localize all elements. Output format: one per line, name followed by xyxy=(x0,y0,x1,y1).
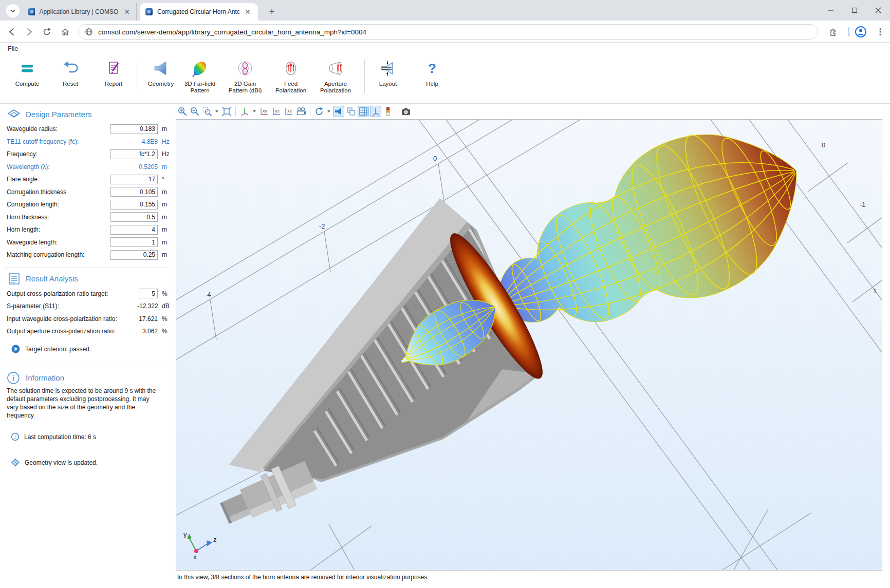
forward-button[interactable] xyxy=(23,25,36,39)
design-parameters-icon xyxy=(7,108,21,120)
param-row: Corrugation length:m xyxy=(0,198,173,211)
window-minimize-button[interactable] xyxy=(819,0,843,21)
far-field-pattern-button[interactable]: 3D Far-fieldPattern xyxy=(178,58,221,94)
ribbon-separator xyxy=(137,60,137,93)
file-menu[interactable]: File xyxy=(8,43,18,54)
passed-play-icon xyxy=(11,345,20,353)
svg-text:i: i xyxy=(12,374,14,383)
zoom-out-button[interactable] xyxy=(189,106,200,117)
comsol-favicon xyxy=(28,8,35,16)
xz-view-icon: xz xyxy=(284,106,294,117)
extension-pin-divider xyxy=(848,27,849,36)
zoom-in-button[interactable] xyxy=(177,106,188,117)
transparency-toggle[interactable] xyxy=(345,106,357,117)
zoom-in-icon xyxy=(177,106,188,117)
gain-pattern-button[interactable]: 2D GainPattern (dBi) xyxy=(221,58,269,94)
result-row: Output cross-polarization ratio target:% xyxy=(0,288,173,300)
tab-close-icon[interactable]: ✕ xyxy=(244,8,252,16)
waveguide-length-input[interactable] xyxy=(110,237,158,247)
zoom-box-dropdown[interactable] xyxy=(214,106,220,117)
param-row: Waveguide length:m xyxy=(0,236,173,249)
flare-angle-input[interactable] xyxy=(110,175,158,184)
zoom-box-icon xyxy=(202,106,212,117)
svg-text:xz: xz xyxy=(287,108,292,113)
param-row: Flare angle:° xyxy=(0,173,173,186)
browser-tab-horn-antenna[interactable]: Corrugated Circular Horn Anten ✕ xyxy=(140,3,258,21)
url-bar[interactable]: comsol.com/server-demo/app/library_corru… xyxy=(78,24,818,40)
home-button[interactable] xyxy=(59,25,72,39)
browser-menu-button[interactable] xyxy=(874,25,887,39)
axis-label: -4 xyxy=(205,291,211,298)
grid-toggle[interactable] xyxy=(358,106,369,117)
cross-polarization-target-input[interactable] xyxy=(139,289,158,298)
waveguide-radius-input[interactable] xyxy=(110,124,158,134)
y-axis-label: y xyxy=(183,530,187,538)
target-criterion-status: Target criterion: passed. xyxy=(0,343,173,355)
browser-tab-application-library[interactable]: Application Library | COMSOL S ✕ xyxy=(23,3,137,21)
rotate-dropdown[interactable] xyxy=(326,106,332,117)
corrugation-length-input[interactable] xyxy=(110,200,158,210)
graphics-3d-view[interactable]: 0 -2 -4 0 -1 1 xyxy=(176,119,882,571)
tab-search-button[interactable] xyxy=(6,4,20,17)
default-3d-view-button[interactable] xyxy=(239,106,250,117)
extensions-button[interactable] xyxy=(826,25,840,39)
view-dropdown[interactable] xyxy=(251,106,257,117)
frequency-input[interactable] xyxy=(110,149,158,159)
scene-light-icon xyxy=(333,106,344,117)
result-row: Output aperture cross-polarization ratio… xyxy=(0,325,173,338)
profile-avatar[interactable] xyxy=(854,25,867,39)
browser-tab-strip: Application Library | COMSOL S ✕ Corruga… xyxy=(0,0,890,21)
z-axis-label: z xyxy=(213,536,217,543)
feed-polarization-button[interactable]: FeedPolarization xyxy=(269,58,313,94)
x-axis-label: x xyxy=(193,553,197,561)
avatar-icon xyxy=(855,26,867,38)
help-button[interactable]: ? Help xyxy=(415,58,449,87)
compute-button[interactable]: Compute xyxy=(9,58,45,87)
rotate-icon xyxy=(314,106,324,117)
url-text: comsol.com/server-demo/app/library_corru… xyxy=(98,28,366,36)
geometry-button[interactable]: Geometry xyxy=(143,58,178,87)
xz-view-button[interactable]: xz xyxy=(283,106,294,117)
aperture-polarization-button[interactable]: AperturePolarization xyxy=(313,58,358,94)
yz-view-button[interactable]: yz xyxy=(271,106,282,117)
result-row: S-parameter (S11):-12.322dB xyxy=(0,300,173,313)
projection-button[interactable] xyxy=(295,106,307,117)
geometry-updated-status: Geometry view is updated. xyxy=(0,457,173,469)
zoom-box-button[interactable] xyxy=(201,106,213,117)
xy-view-icon: xy xyxy=(259,106,269,117)
back-button[interactable] xyxy=(5,25,18,39)
result-analysis-header: Result Analysis xyxy=(7,272,173,286)
window-maximize-button[interactable] xyxy=(843,0,866,21)
corrugation-thickness-input[interactable] xyxy=(110,187,158,197)
app-menubar: File xyxy=(0,43,890,54)
section-divider xyxy=(4,367,169,367)
tab-close-icon[interactable]: ✕ xyxy=(123,8,131,16)
svg-text:i: i xyxy=(14,434,16,440)
matching-corrugation-length-input[interactable] xyxy=(110,250,158,260)
minimize-icon xyxy=(828,7,834,13)
view-caption: In this view, 3/8 sections of the horn a… xyxy=(177,574,429,581)
reload-button[interactable] xyxy=(40,25,53,39)
toolbar-separator xyxy=(397,107,397,116)
information-icon: i xyxy=(7,371,21,385)
color-legend-toggle[interactable] xyxy=(382,106,394,117)
rotate-button[interactable] xyxy=(313,106,325,117)
zoom-extents-icon xyxy=(221,106,232,117)
settings-panel: Design Parameters Waveguide radius:m TE1… xyxy=(0,103,173,469)
extensions-puzzle-icon xyxy=(828,27,838,37)
new-tab-button[interactable]: + xyxy=(265,5,279,18)
comsol-favicon xyxy=(145,8,153,16)
horn-thickness-input[interactable] xyxy=(110,212,158,222)
aperture-polarization-icon xyxy=(327,60,344,77)
show-axes-toggle[interactable] xyxy=(370,106,381,117)
screenshot-button[interactable] xyxy=(400,106,412,117)
report-button[interactable]: Report xyxy=(97,58,131,87)
compute-icon xyxy=(18,60,36,77)
window-close-button[interactable] xyxy=(866,0,890,21)
reset-button[interactable]: Reset xyxy=(53,58,87,87)
scene-light-toggle[interactable] xyxy=(333,106,344,117)
horn-length-input[interactable] xyxy=(110,225,158,235)
layout-button[interactable]: Layout xyxy=(371,58,405,87)
xy-view-button[interactable]: xy xyxy=(258,106,270,117)
zoom-extents-button[interactable] xyxy=(221,106,232,117)
